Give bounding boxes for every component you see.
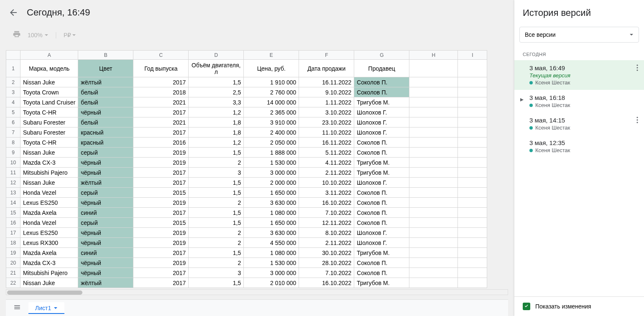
column-header[interactable]: G <box>354 51 409 60</box>
data-cell[interactable]: 1,5 <box>189 148 244 158</box>
column-header[interactable]: E <box>244 51 299 60</box>
data-cell[interactable]: 5.11.2022 <box>299 148 354 158</box>
data-cell[interactable]: Honda Vezel <box>20 188 78 198</box>
data-cell[interactable]: 2 <box>189 198 244 208</box>
data-cell[interactable] <box>409 117 458 127</box>
data-cell[interactable]: Тригубов М. <box>354 278 409 288</box>
data-cell[interactable]: 10.10.2022 <box>299 178 354 188</box>
row-header[interactable]: 15 <box>6 208 20 218</box>
data-cell[interactable]: 28.10.2022 <box>299 258 354 268</box>
data-cell[interactable]: 1,8 <box>189 127 244 138</box>
data-cell[interactable]: 3 000 000 <box>244 168 299 178</box>
data-cell[interactable]: Mazda CX-3 <box>20 258 78 268</box>
all-sheets-icon[interactable] <box>13 303 21 313</box>
data-cell[interactable]: 1 650 000 <box>244 188 299 198</box>
data-cell[interactable]: Toyota C-HR <box>20 107 78 117</box>
data-cell[interactable]: чёрный <box>78 238 133 248</box>
data-cell[interactable] <box>409 208 458 218</box>
data-cell[interactable]: 1,5 <box>189 188 244 198</box>
data-cell[interactable] <box>458 208 487 218</box>
data-cell[interactable]: Mitsubishi Pajero <box>20 268 78 278</box>
data-cell[interactable]: 2,5 <box>189 87 244 97</box>
row-header[interactable]: 22 <box>6 278 20 288</box>
data-cell[interactable]: жёлтый <box>78 77 133 87</box>
data-cell[interactable]: Subaru Forester <box>20 117 78 127</box>
column-header[interactable]: I <box>458 51 487 60</box>
data-cell[interactable]: серый <box>78 148 133 158</box>
data-cell[interactable]: 2017 <box>133 168 189 178</box>
data-cell[interactable] <box>458 148 487 158</box>
data-cell[interactable]: белый <box>78 97 133 107</box>
data-cell[interactable]: Шолохов Г. <box>354 228 409 238</box>
data-cell[interactable]: 2017 <box>133 248 189 258</box>
data-cell[interactable]: 8.10.2022 <box>299 228 354 238</box>
data-cell[interactable]: 3,3 <box>189 97 244 107</box>
expand-icon[interactable]: ▸ <box>520 95 524 103</box>
data-cell[interactable]: Соколов П. <box>354 258 409 268</box>
data-cell[interactable] <box>458 238 487 248</box>
data-cell[interactable]: 1 650 000 <box>244 218 299 228</box>
data-cell[interactable] <box>409 238 458 248</box>
data-cell[interactable] <box>458 168 487 178</box>
column-header[interactable]: A <box>20 51 78 60</box>
sheet-tab[interactable]: Лист1 <box>28 302 64 314</box>
data-cell[interactable]: 3 <box>189 268 244 278</box>
data-cell[interactable] <box>458 218 487 228</box>
data-cell[interactable] <box>409 127 458 138</box>
data-cell[interactable] <box>458 138 487 148</box>
data-cell[interactable]: чёрный <box>78 198 133 208</box>
data-cell[interactable]: 3 910 000 <box>244 117 299 127</box>
data-cell[interactable]: 16.11.2022 <box>299 77 354 87</box>
data-cell[interactable]: белый <box>78 117 133 127</box>
data-cell[interactable]: 16.10.2022 <box>299 198 354 208</box>
data-cell[interactable]: Соколов П. <box>354 198 409 208</box>
row-header[interactable]: 4 <box>6 97 20 107</box>
column-header[interactable]: D <box>189 51 244 60</box>
data-cell[interactable] <box>409 228 458 238</box>
data-cell[interactable] <box>458 87 487 97</box>
data-cell[interactable]: Honda Vezel <box>20 218 78 228</box>
data-cell[interactable]: 1 530 000 <box>244 158 299 168</box>
data-cell[interactable] <box>409 248 458 258</box>
header-cell[interactable]: Год выпуска <box>133 60 189 77</box>
data-cell[interactable] <box>409 138 458 148</box>
row-header[interactable]: 1 <box>6 60 20 77</box>
data-cell[interactable]: синий <box>78 208 133 218</box>
header-cell[interactable] <box>409 60 458 77</box>
row-header[interactable]: 12 <box>6 178 20 188</box>
data-cell[interactable]: 3 000 000 <box>244 268 299 278</box>
column-header[interactable]: B <box>78 51 133 60</box>
data-cell[interactable]: 2017 <box>133 208 189 218</box>
row-header[interactable]: 5 <box>6 107 20 117</box>
data-cell[interactable]: Mitsubishi Pajero <box>20 168 78 178</box>
row-header[interactable]: 20 <box>6 258 20 268</box>
data-cell[interactable]: 2015 <box>133 188 189 198</box>
data-cell[interactable]: 12.11.2022 <box>299 218 354 228</box>
data-cell[interactable]: 1 888 000 <box>244 148 299 158</box>
data-cell[interactable] <box>458 178 487 188</box>
data-cell[interactable]: 1 080 000 <box>244 208 299 218</box>
data-cell[interactable]: 4 550 000 <box>244 238 299 248</box>
print-icon[interactable] <box>13 30 21 40</box>
row-header[interactable]: 18 <box>6 238 20 248</box>
data-cell[interactable] <box>458 228 487 238</box>
data-cell[interactable]: 2019 <box>133 238 189 248</box>
data-cell[interactable]: 1 910 000 <box>244 77 299 87</box>
data-cell[interactable] <box>409 77 458 87</box>
data-cell[interactable]: Соколов П. <box>354 138 409 148</box>
data-cell[interactable]: чёрный <box>78 228 133 238</box>
data-cell[interactable]: 1,2 <box>189 138 244 148</box>
data-cell[interactable] <box>458 258 487 268</box>
data-cell[interactable]: Соколов П. <box>354 188 409 198</box>
data-cell[interactable]: Соколов П. <box>354 87 409 97</box>
header-cell[interactable]: Дата продажи <box>299 60 354 77</box>
data-cell[interactable]: 3.11.2022 <box>299 188 354 198</box>
data-cell[interactable]: 30.10.2022 <box>299 248 354 258</box>
row-header[interactable]: 3 <box>6 87 20 97</box>
data-cell[interactable]: 2019 <box>133 158 189 168</box>
data-cell[interactable]: чёрный <box>78 107 133 117</box>
version-item[interactable]: 3 мая, 16:49Текущая версияКсеня Шестак <box>514 60 644 90</box>
data-cell[interactable] <box>409 87 458 97</box>
row-header[interactable]: 19 <box>6 248 20 258</box>
data-cell[interactable]: 2018 <box>133 87 189 97</box>
